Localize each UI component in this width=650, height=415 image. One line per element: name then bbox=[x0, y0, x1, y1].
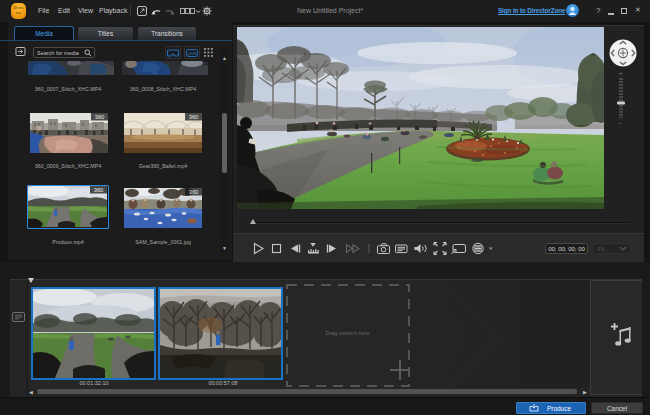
svg-text:360: 360 bbox=[189, 114, 199, 120]
svg-text:360: 360 bbox=[189, 189, 199, 195]
svg-text:360: 360 bbox=[94, 187, 104, 193]
svg-text:360: 360 bbox=[95, 114, 105, 120]
